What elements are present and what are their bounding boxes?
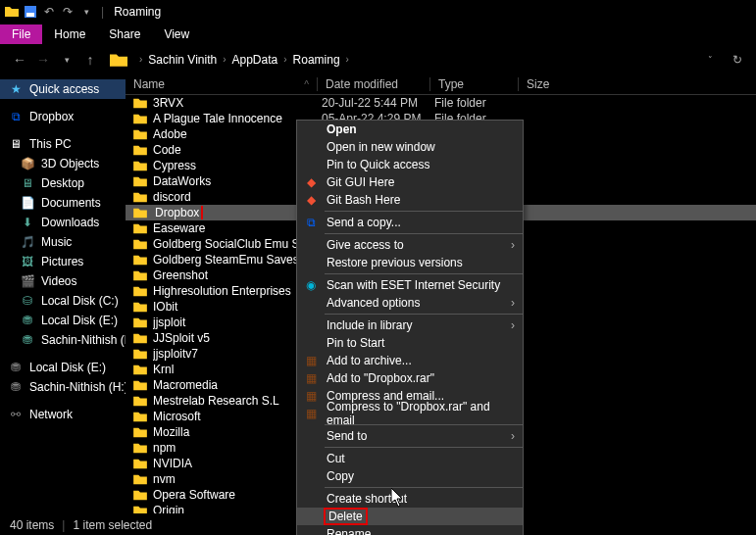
menu-item[interactable]: Restore previous versions: [297, 254, 523, 271]
folder-icon: 🖥: [20, 175, 35, 191]
address-dropdown[interactable]: ˅: [699, 49, 721, 71]
menu-item[interactable]: Copy: [297, 467, 523, 485]
sidebar-item-label: Documents: [41, 196, 101, 210]
sidebar-item-label: Local Disk (E:): [41, 314, 118, 327]
menu-item[interactable]: Pin to Quick access: [297, 156, 523, 173]
menu-item[interactable]: ▦Add to archive...: [297, 352, 523, 369]
tab-share[interactable]: Share: [97, 24, 152, 44]
menu-item[interactable]: Open: [297, 121, 523, 138]
table-row[interactable]: 3RVX20-Jul-22 5:44 PMFile folder: [126, 95, 756, 111]
menu-item[interactable]: ◆Git GUI Here: [297, 173, 523, 191]
chevron-right-icon: ›: [223, 54, 226, 65]
sidebar-item[interactable]: 📄Documents: [0, 193, 126, 213]
chevron-right-icon: ›: [511, 296, 515, 310]
folder-icon: [110, 52, 127, 68]
menu-separator: [325, 211, 523, 212]
context-menu: OpenOpen in new windowPin to Quick acces…: [296, 120, 524, 535]
sidebar-sachin-h[interactable]: ⛃Sachin-Nithish (H:): [0, 377, 126, 397]
breadcrumb[interactable]: › Sachin Vinith › AppData › Roaming ›: [110, 52, 699, 68]
pc-icon: 🖥: [8, 136, 24, 152]
menu-item[interactable]: Create shortcut: [297, 490, 523, 508]
undo-icon[interactable]: ↶: [41, 4, 57, 20]
sidebar-network[interactable]: ⚯Network: [0, 405, 126, 424]
sidebar-this-pc[interactable]: 🖥This PC: [0, 134, 126, 154]
menu-item[interactable]: ▦Compress to "Dropbox.rar" and email: [297, 405, 523, 422]
folder-icon: [133, 222, 147, 234]
file-date: 20-Jul-22 5:44 PM: [322, 96, 434, 110]
menu-item-label: Copy: [327, 469, 354, 483]
menu-item[interactable]: Advanced options›: [297, 294, 523, 312]
folder-icon: 📄: [20, 195, 35, 211]
menu-item[interactable]: Include in library›: [297, 316, 523, 334]
col-date[interactable]: Date modified: [317, 77, 429, 91]
menu-item[interactable]: Send to›: [297, 427, 523, 445]
dropbox-icon: ⧉: [303, 215, 319, 230]
sidebar-dropbox[interactable]: ⧉Dropbox: [0, 107, 126, 126]
menu-item[interactable]: ▦Add to "Dropbox.rar": [297, 369, 523, 387]
chevron-right-icon: ›: [511, 429, 515, 443]
sidebar-local-disk-e[interactable]: ⛃Local Disk (E:): [0, 358, 126, 377]
tab-file[interactable]: File: [0, 24, 42, 44]
sidebar-item[interactable]: 🖥Desktop: [0, 173, 126, 193]
refresh-button[interactable]: ↻: [727, 49, 748, 71]
qat-dropdown-icon[interactable]: ▾: [78, 4, 94, 20]
menu-item[interactable]: Open in new window: [297, 138, 523, 156]
tab-view[interactable]: View: [152, 24, 201, 44]
sidebar-item[interactable]: 🖼Pictures: [0, 252, 126, 271]
sidebar-item[interactable]: ⬇Downloads: [0, 213, 126, 232]
sidebar-item[interactable]: ⛁Local Disk (C:): [0, 291, 126, 311]
menu-item-label: Pin to Quick access: [327, 158, 429, 171]
folder-icon: [133, 254, 147, 266]
folder-icon: [133, 207, 147, 219]
title-bar: ↶ ↷ ▾ | Roaming: [0, 0, 756, 23]
crumb-0[interactable]: Sachin Vinith: [148, 53, 217, 67]
folder-icon: [133, 395, 147, 407]
sidebar-item[interactable]: 🎬Videos: [0, 271, 126, 291]
folder-icon: [133, 489, 147, 501]
chevron-right-icon: ›: [283, 54, 286, 65]
sidebar-quick-access[interactable]: ★Quick access: [0, 79, 126, 99]
menu-item[interactable]: ⧉Send a copy...: [297, 214, 523, 231]
save-icon[interactable]: [23, 4, 38, 20]
menu-item[interactable]: Rename: [297, 525, 523, 535]
menu-item[interactable]: Give access to›: [297, 236, 523, 254]
folder-icon: [133, 458, 147, 469]
folder-icon: [133, 348, 147, 360]
folder-icon: [133, 379, 147, 391]
sidebar-label: Local Disk (E:): [29, 361, 106, 374]
recent-dropdown[interactable]: ▾: [55, 48, 78, 72]
sidebar-item[interactable]: ⛃Sachin-Nithish (H:): [0, 330, 126, 350]
network-icon: ⚯: [8, 407, 24, 422]
folder-icon: [133, 411, 147, 422]
menu-item[interactable]: ◆Git Bash Here: [297, 191, 523, 209]
folder-icon: [133, 97, 147, 109]
sidebar-item[interactable]: 📦3D Objects: [0, 154, 126, 173]
eset-icon: ◉: [303, 277, 319, 293]
folder-icon: [133, 316, 147, 328]
sidebar-item[interactable]: ⛃Local Disk (E:): [0, 311, 126, 330]
sidebar-item[interactable]: 🎵Music: [0, 232, 126, 252]
up-button[interactable]: ↑: [78, 48, 102, 72]
menu-item-label: Send to: [327, 429, 367, 443]
sidebar-item-label: Music: [41, 235, 72, 249]
menu-item[interactable]: Pin to Start: [297, 334, 523, 352]
disk-icon: ⛃: [8, 360, 24, 375]
chevron-right-icon: ›: [511, 238, 515, 252]
tab-home[interactable]: Home: [42, 24, 97, 44]
crumb-1[interactable]: AppData: [232, 53, 278, 67]
col-name[interactable]: Name: [126, 77, 317, 91]
menu-item-label: Scan with ESET Internet Security: [327, 278, 500, 292]
menu-item[interactable]: Delete: [297, 508, 523, 525]
sidebar-label: This PC: [29, 137, 72, 151]
back-button[interactable]: ←: [8, 48, 31, 72]
redo-icon[interactable]: ↷: [60, 4, 76, 20]
col-size[interactable]: Size: [518, 77, 577, 91]
folder-icon: 🖼: [20, 254, 35, 269]
menu-separator: [325, 447, 523, 448]
menu-item[interactable]: ◉Scan with ESET Internet Security: [297, 276, 523, 294]
forward-button[interactable]: →: [31, 48, 55, 72]
file-name: 3RVX: [153, 96, 322, 110]
col-type[interactable]: Type: [429, 77, 518, 91]
menu-item[interactable]: Cut: [297, 450, 523, 467]
crumb-2[interactable]: Roaming: [293, 53, 340, 67]
